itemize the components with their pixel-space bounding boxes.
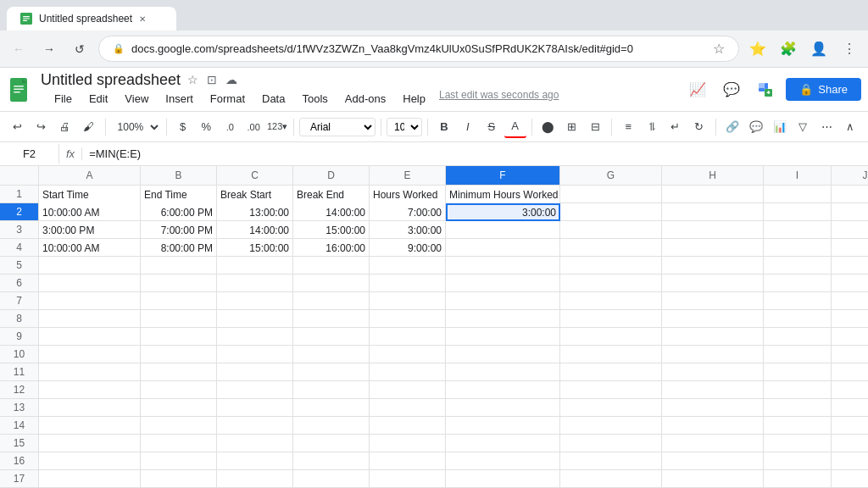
cell-I12[interactable] <box>764 381 832 399</box>
cell-i4[interactable] <box>764 239 832 257</box>
cell-D6[interactable] <box>293 274 370 292</box>
cell-A5[interactable] <box>39 257 141 274</box>
col-header-i[interactable]: I <box>764 166 832 185</box>
cell-H6[interactable] <box>662 274 764 292</box>
cell-F9[interactable] <box>446 328 560 346</box>
cell-G14[interactable] <box>560 417 662 435</box>
cell-F14[interactable] <box>446 417 560 435</box>
chart-icon-button[interactable]: 📈 <box>684 76 711 103</box>
cell-j1[interactable] <box>832 186 868 203</box>
cell-I7[interactable] <box>764 292 832 310</box>
cell-e2[interactable]: 7:00:00 <box>370 203 446 221</box>
col-header-g[interactable]: G <box>560 166 662 185</box>
cell-J6[interactable] <box>832 274 868 292</box>
star-doc-button[interactable]: ☆ <box>186 71 200 88</box>
menu-format[interactable]: Format <box>203 89 252 108</box>
cell-G6[interactable] <box>560 274 662 292</box>
cell-D7[interactable] <box>293 292 370 310</box>
print-button[interactable]: 🖨 <box>54 116 76 138</box>
cell-H15[interactable] <box>662 435 764 452</box>
col-header-d[interactable]: D <box>293 166 370 185</box>
cell-H12[interactable] <box>662 381 764 399</box>
row-num-12[interactable]: 12 <box>0 381 39 398</box>
filter-button[interactable]: ▽ <box>792 116 814 138</box>
tab-close-icon[interactable]: ✕ <box>139 14 146 24</box>
row-num-4[interactable]: 4 <box>0 239 39 256</box>
row-num-17[interactable]: 17 <box>0 470 39 487</box>
cell-h3[interactable] <box>662 221 764 239</box>
row-num-7[interactable]: 7 <box>0 292 39 309</box>
cell-A14[interactable] <box>39 417 141 435</box>
merge-cells-button[interactable]: ⊟ <box>584 116 606 138</box>
font-select[interactable]: Arial Times New Roman <box>299 118 376 136</box>
cell-B7[interactable] <box>141 292 217 310</box>
row-num-8[interactable]: 8 <box>0 310 39 327</box>
profile-button[interactable]: 👤 <box>807 37 831 61</box>
cell-J14[interactable] <box>832 417 868 435</box>
font-size-select[interactable]: 10 11 12 14 <box>387 118 422 136</box>
cell-H16[interactable] <box>662 452 764 470</box>
cell-D10[interactable] <box>293 346 370 363</box>
cell-f4[interactable] <box>446 239 560 257</box>
cell-J12[interactable] <box>832 381 868 399</box>
browser-tab[interactable]: Untitled spreadsheet ✕ <box>7 7 176 30</box>
cell-B17[interactable] <box>141 470 217 488</box>
menu-view[interactable]: View <box>118 89 155 108</box>
cell-reference[interactable]: F2 <box>0 144 59 164</box>
menu-insert[interactable]: Insert <box>159 89 200 108</box>
url-bar[interactable]: 🔒 docs.google.com/spreadsheets/d/1fWVz3Z… <box>98 36 739 62</box>
cell-E7[interactable] <box>370 292 446 310</box>
cell-F8[interactable] <box>446 310 560 328</box>
row-num-15[interactable]: 15 <box>0 435 39 452</box>
bold-button[interactable]: B <box>433 116 455 138</box>
cell-E11[interactable] <box>370 363 446 381</box>
cloud-status-button[interactable]: ☁ <box>224 71 239 88</box>
col-header-b[interactable]: B <box>141 166 217 185</box>
cell-h1[interactable] <box>662 186 764 203</box>
add-icon-button[interactable] <box>752 76 779 103</box>
menu-help[interactable]: Help <box>396 89 432 108</box>
cell-D13[interactable] <box>293 399 370 417</box>
cell-D14[interactable] <box>293 417 370 435</box>
text-color-button[interactable]: A <box>504 116 526 138</box>
cell-F7[interactable] <box>446 292 560 310</box>
cell-C12[interactable] <box>217 381 293 399</box>
cell-E10[interactable] <box>370 346 446 363</box>
reload-button[interactable]: ↺ <box>68 37 92 61</box>
cell-J15[interactable] <box>832 435 868 452</box>
cell-E9[interactable] <box>370 328 446 346</box>
cell-j4[interactable] <box>832 239 868 257</box>
decimal-decrease-button[interactable]: .0 <box>219 116 241 138</box>
cell-J7[interactable] <box>832 292 868 310</box>
cell-g1[interactable] <box>560 186 662 203</box>
zoom-select[interactable]: 100% 75% 125% <box>111 119 161 136</box>
cell-H11[interactable] <box>662 363 764 381</box>
cell-J9[interactable] <box>832 328 868 346</box>
halign-button[interactable]: ≡ <box>617 116 639 138</box>
valign-button[interactable]: ⥮ <box>641 116 663 138</box>
cell-G5[interactable] <box>560 257 662 274</box>
row-num-11[interactable]: 11 <box>0 363 39 380</box>
cell-C11[interactable] <box>217 363 293 381</box>
cell-C8[interactable] <box>217 310 293 328</box>
cell-H8[interactable] <box>662 310 764 328</box>
cell-a3[interactable]: 3:00:00 PM <box>39 221 141 239</box>
row-num-2[interactable]: 2 <box>0 203 39 220</box>
row-num-16[interactable]: 16 <box>0 452 39 469</box>
cell-e4[interactable]: 9:00:00 <box>370 239 446 257</box>
cell-C7[interactable] <box>217 292 293 310</box>
cell-j2[interactable] <box>832 203 868 221</box>
cell-e1[interactable]: Hours Worked <box>370 186 446 203</box>
cell-I6[interactable] <box>764 274 832 292</box>
cell-H7[interactable] <box>662 292 764 310</box>
cell-I9[interactable] <box>764 328 832 346</box>
cell-J8[interactable] <box>832 310 868 328</box>
cell-D15[interactable] <box>293 435 370 452</box>
cell-c1[interactable]: Break Start <box>217 186 293 203</box>
col-header-e[interactable]: E <box>370 166 446 185</box>
cell-F11[interactable] <box>446 363 560 381</box>
col-header-j[interactable]: J <box>832 166 868 185</box>
undo-button[interactable]: ↩ <box>7 116 29 138</box>
cell-A7[interactable] <box>39 292 141 310</box>
cell-G13[interactable] <box>560 399 662 417</box>
